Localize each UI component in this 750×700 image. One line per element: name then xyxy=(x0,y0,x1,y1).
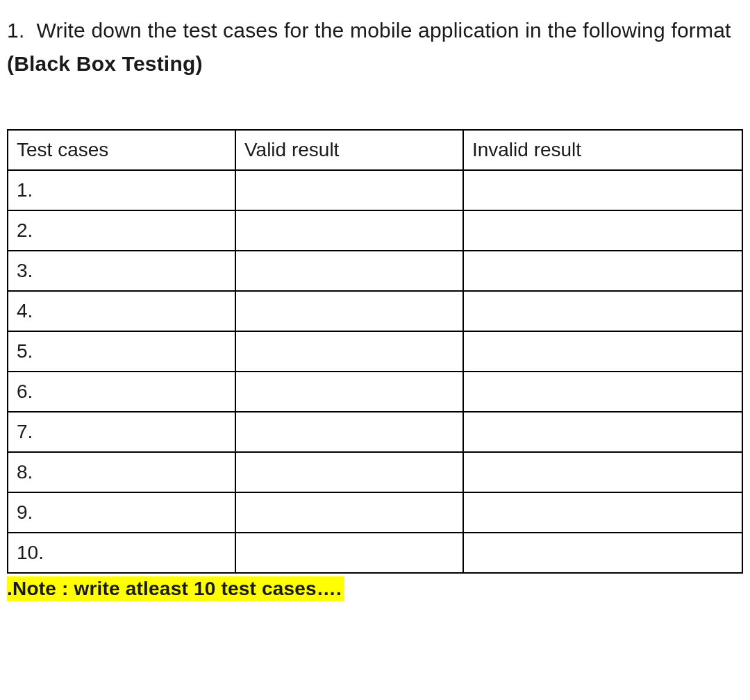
cell-invalid xyxy=(463,452,742,492)
table-row: 1. xyxy=(8,170,742,210)
table-header-row: Test cases Valid result Invalid result xyxy=(8,130,742,170)
cell-valid xyxy=(235,372,463,412)
cell-valid xyxy=(235,412,463,452)
cell-testcase: 1. xyxy=(8,170,235,210)
cell-testcase: 2. xyxy=(8,210,235,251)
question-bold: (Black Box Testing) xyxy=(7,52,203,75)
cell-invalid xyxy=(463,372,742,412)
table-row: 4. xyxy=(8,291,742,331)
cell-valid xyxy=(235,210,463,251)
cell-invalid xyxy=(463,492,742,533)
table-row: 7. xyxy=(8,412,742,452)
question-number: 1. xyxy=(7,19,24,42)
table-row: 10. xyxy=(8,533,742,573)
cell-testcase: 7. xyxy=(8,412,235,452)
cell-valid xyxy=(235,533,463,573)
cell-invalid xyxy=(463,170,742,210)
question-body: Write down the test cases for the mobile… xyxy=(37,19,731,42)
cell-invalid xyxy=(463,251,742,291)
table-row: 2. xyxy=(8,210,742,251)
cell-valid xyxy=(235,251,463,291)
table-row: 8. xyxy=(8,452,742,492)
question-text: 1. Write down the test cases for the mob… xyxy=(7,14,743,81)
cell-invalid xyxy=(463,291,742,331)
table-row: 3. xyxy=(8,251,742,291)
table-row: 9. xyxy=(8,492,742,533)
header-valid-result: Valid result xyxy=(235,130,463,170)
cell-invalid xyxy=(463,331,742,372)
cell-testcase: 9. xyxy=(8,492,235,533)
header-invalid-result: Invalid result xyxy=(463,130,742,170)
table-row: 5. xyxy=(8,331,742,372)
table-body: 1. 2. 3. 4. 5. 6. 7. xyxy=(8,170,742,573)
cell-invalid xyxy=(463,533,742,573)
cell-testcase: 4. xyxy=(8,291,235,331)
cell-valid xyxy=(235,331,463,372)
header-testcases: Test cases xyxy=(8,130,235,170)
note-text: .Note : write atleast 10 test cases…. xyxy=(7,576,344,601)
test-cases-table: Test cases Valid result Invalid result 1… xyxy=(7,129,743,574)
cell-invalid xyxy=(463,412,742,452)
cell-testcase: 10. xyxy=(8,533,235,573)
cell-testcase: 6. xyxy=(8,372,235,412)
cell-testcase: 5. xyxy=(8,331,235,372)
cell-valid xyxy=(235,291,463,331)
cell-valid xyxy=(235,452,463,492)
cell-valid xyxy=(235,170,463,210)
cell-testcase: 3. xyxy=(8,251,235,291)
cell-invalid xyxy=(463,210,742,251)
cell-valid xyxy=(235,492,463,533)
table-row: 6. xyxy=(8,372,742,412)
cell-testcase: 8. xyxy=(8,452,235,492)
